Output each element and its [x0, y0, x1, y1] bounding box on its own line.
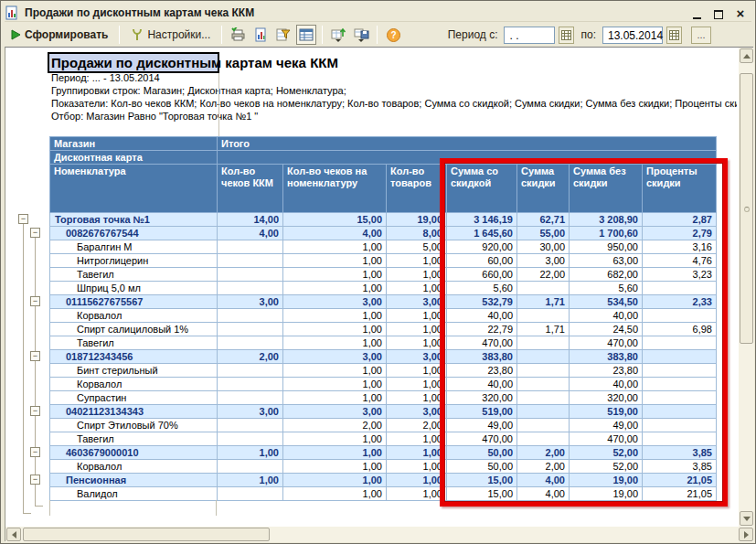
row-label-cell[interactable]: Тавегил [50, 268, 218, 282]
value-cell[interactable]: 4,00 [283, 227, 387, 240]
value-cell[interactable] [218, 419, 283, 432]
value-cell[interactable]: 4,00 [218, 227, 283, 240]
help-button[interactable]: ? [383, 25, 403, 45]
collapse-group-button[interactable]: − [30, 406, 40, 416]
value-cell[interactable]: 1,00 [387, 309, 447, 323]
row-label-cell[interactable]: Шприц 5,0 мл [50, 282, 218, 295]
horizontal-scrollbar[interactable] [5, 527, 754, 542]
row-label-cell[interactable]: Нитроглицерин [50, 254, 218, 268]
value-cell[interactable]: 2,00 [283, 419, 387, 432]
close-button[interactable]: × [733, 6, 748, 19]
scroll-right-button[interactable] [739, 528, 753, 541]
value-cell[interactable]: 3,00 [218, 295, 283, 309]
value-cell[interactable]: 1,00 [283, 391, 387, 405]
collapse-group-button[interactable]: − [30, 351, 40, 361]
row-label-cell[interactable]: Спирт салициловый 1% [50, 323, 218, 336]
value-cell[interactable]: 1,00 [283, 474, 387, 487]
row-label-cell[interactable]: Валидол [50, 487, 218, 501]
minimize-button[interactable] [689, 6, 704, 19]
value-cell[interactable]: 1,00 [283, 240, 387, 254]
value-cell[interactable] [218, 364, 283, 378]
restore-values-button[interactable] [328, 25, 348, 45]
value-cell[interactable] [218, 378, 283, 391]
value-cell[interactable]: 1,00 [387, 364, 447, 378]
row-label-cell[interactable]: 01115627675567 [50, 295, 218, 309]
generate-button[interactable]: Сформировать [5, 25, 113, 45]
value-cell[interactable]: 1,00 [387, 391, 447, 405]
row-label-cell[interactable]: Тавегил [50, 336, 218, 350]
collapse-group-button[interactable]: − [30, 296, 40, 306]
horizontal-scroll-thumb[interactable] [23, 528, 270, 541]
row-label-cell[interactable]: Бинт стерильный [50, 364, 218, 378]
row-label-cell[interactable]: Супрастин [50, 391, 218, 405]
row-label-cell[interactable]: Корвалол [50, 378, 218, 391]
value-cell[interactable]: 1,00 [283, 460, 387, 474]
column-header[interactable]: Кол-во товаров [387, 165, 447, 213]
row-label-cell[interactable]: Торговая точка №1 [50, 213, 218, 227]
row-label-cell[interactable]: 018712343456 [50, 350, 218, 364]
spreadsheet[interactable]: Продажи по дисконтным картам чека ККМ Пе… [5, 48, 739, 527]
value-cell[interactable]: 1,00 [387, 254, 447, 268]
value-cell[interactable]: 1,00 [283, 487, 387, 501]
value-cell[interactable]: 1,00 [283, 432, 387, 446]
row-label-cell[interactable]: Спирт Этиловый 70% [50, 419, 218, 432]
value-cell[interactable]: 19,00 [387, 213, 447, 227]
value-cell[interactable]: 1,00 [283, 309, 387, 323]
period-to-calendar-button[interactable] [666, 27, 682, 44]
value-cell[interactable]: 5,00 [387, 240, 447, 254]
scroll-up-button[interactable] [740, 48, 753, 63]
value-cell[interactable] [218, 391, 283, 405]
value-cell[interactable]: 1,00 [387, 446, 447, 460]
value-cell[interactable]: 1,00 [387, 323, 447, 336]
column-header[interactable]: Кол-во чеков на номенклатуру [283, 165, 387, 213]
settings-button[interactable]: Настройки... [125, 25, 216, 45]
scroll-left-button[interactable] [6, 528, 21, 541]
value-cell[interactable]: 1,00 [283, 323, 387, 336]
header-discount-card[interactable]: Дисконтная карта [50, 151, 218, 165]
row-label-cell[interactable]: Корвалол [50, 309, 218, 323]
value-cell[interactable]: 8,00 [387, 227, 447, 240]
scroll-down-button[interactable] [740, 511, 753, 526]
row-label-cell[interactable]: Пенсионная [50, 474, 218, 487]
value-cell[interactable]: 1,00 [283, 282, 387, 295]
value-cell[interactable]: 1,00 [283, 254, 387, 268]
value-cell[interactable]: 3,00 [283, 295, 387, 309]
value-cell[interactable]: 1,00 [387, 336, 447, 350]
value-cell[interactable]: 1,00 [387, 460, 447, 474]
value-cell[interactable] [218, 282, 283, 295]
value-cell[interactable]: 3,00 [387, 350, 447, 364]
row-label-cell[interactable]: Тавегил [50, 432, 218, 446]
period-from-calendar-button[interactable] [559, 27, 574, 44]
column-header[interactable]: Кол-во чеков ККМ [218, 165, 283, 213]
header-nomenklatura[interactable]: Номенклатура [50, 165, 218, 213]
table-view-button[interactable] [296, 25, 316, 45]
value-cell[interactable]: 3,00 [387, 295, 447, 309]
value-cell[interactable]: 3,00 [283, 350, 387, 364]
value-cell[interactable]: 3,00 [283, 405, 387, 419]
row-label-cell[interactable]: 0082676767544 [50, 227, 218, 240]
filter-button[interactable] [273, 25, 293, 45]
value-cell[interactable]: 1,00 [387, 282, 447, 295]
value-cell[interactable] [218, 309, 283, 323]
value-cell[interactable]: 1,00 [218, 446, 283, 460]
period-from-input[interactable]: . . [504, 27, 555, 44]
print-button[interactable] [228, 25, 248, 45]
value-cell[interactable] [218, 336, 283, 350]
value-cell[interactable] [218, 268, 283, 282]
value-cell[interactable]: 3,00 [218, 405, 283, 419]
value-cell[interactable]: 1,00 [283, 446, 387, 460]
value-cell[interactable] [218, 323, 283, 336]
vertical-scrollbar[interactable] [739, 48, 754, 527]
value-cell[interactable]: 1,00 [283, 364, 387, 378]
value-cell[interactable] [218, 254, 283, 268]
value-cell[interactable]: 1,00 [387, 268, 447, 282]
save-values-button[interactable] [351, 25, 371, 45]
maximize-button[interactable] [711, 6, 726, 19]
collapse-group-button[interactable]: − [18, 214, 28, 224]
collapse-group-button[interactable]: − [30, 447, 40, 457]
row-label-cell[interactable]: 4603679000010 [50, 446, 218, 460]
period-more-button[interactable]: ... [691, 27, 711, 44]
header-magazin[interactable]: Магазин [50, 137, 218, 151]
value-cell[interactable]: 14,00 [218, 213, 283, 227]
value-cell[interactable] [218, 432, 283, 446]
